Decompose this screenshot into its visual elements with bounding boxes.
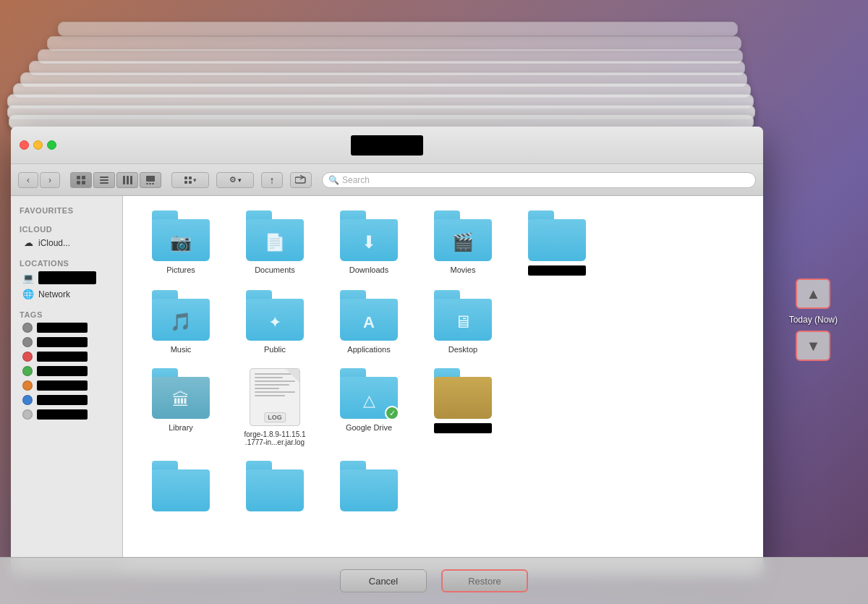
file-grid-row-1: 📷 Pictures 📄 Documents xyxy=(137,210,749,276)
downloads-label: Downloads xyxy=(349,265,388,274)
group-button[interactable]: ▾ xyxy=(171,172,209,188)
window-title-redacted xyxy=(351,135,423,156)
finder-window: ‹ › xyxy=(11,127,763,575)
file-item-downloads[interactable]: ⬇ Downloads xyxy=(326,210,412,276)
log-tag: LOG xyxy=(264,412,286,422)
tag-label-redacted1 xyxy=(37,323,88,333)
file-item-library[interactable]: 🏛 Library xyxy=(137,368,224,446)
folder-music-icon: 🎵 xyxy=(152,290,210,341)
group-dropdown-arrow: ▾ xyxy=(193,176,197,184)
group-button-group: ▾ xyxy=(169,172,209,188)
movies-label: Movies xyxy=(451,265,476,274)
sidebar-item-mac[interactable]: 💻 xyxy=(14,269,119,286)
music-label: Music xyxy=(171,345,192,354)
close-button[interactable] xyxy=(20,140,29,150)
tag-row-red[interactable] xyxy=(14,349,119,364)
back-button[interactable]: ‹ xyxy=(18,172,38,188)
icon-view-button[interactable] xyxy=(70,172,92,188)
tag-label-redacted4 xyxy=(37,366,88,376)
gear-icon: ⚙ xyxy=(229,175,237,184)
sidebar: Favourites iCloud ☁ iCloud... Locations … xyxy=(11,196,123,575)
tag-row-blue[interactable] xyxy=(14,393,119,407)
music-icon: 🎵 xyxy=(170,312,192,332)
file-item-googledrive[interactable]: △ ✓ Google Drive xyxy=(326,368,412,446)
restore-button[interactable]: Restore xyxy=(441,569,528,592)
file-item-documents[interactable]: 📄 Documents xyxy=(231,210,318,276)
documents-label: Documents xyxy=(255,265,295,274)
folder-bottom3-icon xyxy=(340,461,398,511)
gallery-icon xyxy=(145,175,156,185)
file-item-bottom3[interactable] xyxy=(326,461,412,511)
svg-rect-1 xyxy=(82,176,85,179)
file-item-redacted1[interactable] xyxy=(514,210,600,276)
tag-row-orange[interactable] xyxy=(14,378,119,393)
file-item-bottom1[interactable] xyxy=(137,461,224,511)
public-label: Public xyxy=(264,345,286,354)
camera-icon: 📷 xyxy=(170,232,192,252)
tm-up-button[interactable]: ▲ xyxy=(796,278,830,309)
tag-row-gray[interactable] xyxy=(14,407,119,422)
mac-name-redacted xyxy=(38,271,96,284)
share-button[interactable]: ↑ xyxy=(261,172,283,188)
tag-row-green[interactable] xyxy=(14,364,119,378)
tag-label-redacted3 xyxy=(37,352,88,362)
file-item-pictures[interactable]: 📷 Pictures xyxy=(137,210,224,276)
file-item-public[interactable]: ✦ Public xyxy=(231,290,318,354)
svg-rect-10 xyxy=(146,176,155,182)
list-view-button[interactable] xyxy=(93,172,115,188)
svg-rect-9 xyxy=(130,176,132,184)
tag-dot-orange xyxy=(22,380,33,391)
file-item-bottom2[interactable] xyxy=(231,461,318,511)
tag-dot-green xyxy=(22,366,33,376)
download-icon: ⬇ xyxy=(362,232,376,252)
file-item-movies[interactable]: 🎬 Movies xyxy=(420,210,506,276)
file-item-music[interactable]: 🎵 Music xyxy=(137,290,224,354)
forward-button[interactable]: › xyxy=(40,172,60,188)
library-label: Library xyxy=(169,423,193,432)
maximize-button[interactable] xyxy=(47,140,56,150)
file-item-redacted2[interactable] xyxy=(420,368,506,446)
column-view-button[interactable] xyxy=(116,172,138,188)
gdrive-icon: △ xyxy=(363,391,375,410)
svg-rect-4 xyxy=(100,176,109,178)
network-icon: 🌐 xyxy=(22,289,34,299)
svg-rect-15 xyxy=(189,176,192,179)
tm-controls: ▲ Today (Now) ▼ xyxy=(789,278,838,361)
file-item-desktop[interactable]: 🖥 Desktop xyxy=(420,290,506,354)
tag-label-redacted2 xyxy=(37,337,88,347)
folder-documents-icon: 📄 xyxy=(246,210,304,261)
folder-redacted2-icon xyxy=(434,368,492,419)
folder-bottom2-icon xyxy=(246,461,304,511)
minimize-button[interactable] xyxy=(33,140,43,150)
tm-down-button[interactable]: ▼ xyxy=(796,331,830,361)
tag-label-redacted5 xyxy=(37,380,88,391)
tag-row-black1[interactable] xyxy=(14,320,119,335)
cancel-button[interactable]: Cancel xyxy=(340,569,427,592)
gdrive-check-icon: ✓ xyxy=(385,406,399,420)
search-bar[interactable]: 🔍 Search xyxy=(322,172,756,188)
content-area: Favourites iCloud ☁ iCloud... Locations … xyxy=(11,196,763,575)
sidebar-item-network[interactable]: 🌐 Network xyxy=(14,286,119,302)
view-group xyxy=(70,172,161,188)
gallery-view-button[interactable] xyxy=(140,172,161,188)
gdrive-wrapper: △ ✓ xyxy=(340,368,398,419)
svg-rect-0 xyxy=(77,176,80,179)
redacted-label-1 xyxy=(528,265,586,276)
file-item-applications[interactable]: A Applications xyxy=(326,290,412,354)
tag-dot-lightgray xyxy=(22,409,33,420)
folder-downloads-icon: ⬇ xyxy=(340,210,398,261)
action-button[interactable]: ⚙ ▾ xyxy=(216,172,254,188)
movie-icon: 🎬 xyxy=(452,232,474,252)
icloud-label: iCloud xyxy=(11,222,122,235)
svg-rect-18 xyxy=(295,177,305,183)
path-button[interactable] xyxy=(290,172,312,188)
svg-rect-2 xyxy=(77,181,80,184)
folder-movies-icon: 🎬 xyxy=(434,210,492,261)
sidebar-item-icloud[interactable]: ☁ iCloud... xyxy=(14,235,119,250)
folder-bottom1-icon xyxy=(152,461,210,511)
column-icon xyxy=(122,175,132,185)
file-item-logfile[interactable]: LOG forge-1.8.9-11.15.1.1777-in...er.jar… xyxy=(231,368,318,446)
network-label: Network xyxy=(38,289,70,299)
tag-row-black2[interactable] xyxy=(14,335,119,349)
cloud-icon: ☁ xyxy=(22,237,34,248)
